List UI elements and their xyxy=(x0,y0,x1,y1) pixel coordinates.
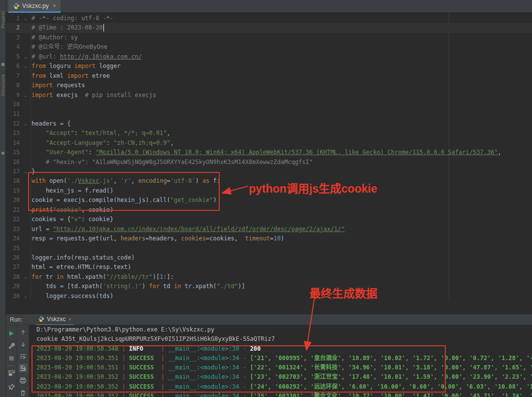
console-line: cookie A35t_KQulsj2kcLsqpURRPURz5XFv0I51… xyxy=(29,334,532,344)
rerun-button[interactable] xyxy=(7,329,16,338)
code-text: logger.success(tds) xyxy=(32,292,532,301)
code-line[interactable]: 9⌄import execjs # pip install execjs xyxy=(6,91,532,100)
fold-gutter xyxy=(20,263,32,272)
line-number: 26 xyxy=(6,253,20,263)
clear-trash-icon[interactable] xyxy=(19,388,28,397)
bookmark-icon[interactable] xyxy=(1,152,4,155)
code-line[interactable]: 2# @Time : 2023-08-20 xyxy=(6,23,532,33)
line-number: 29 xyxy=(6,282,20,291)
print-icon[interactable] xyxy=(19,376,28,385)
pin-icon[interactable] xyxy=(7,382,16,391)
fold-marker-icon[interactable]: ⌄ xyxy=(20,91,32,100)
code-line[interactable]: 27html = etree.HTML(resp.text) xyxy=(6,263,532,272)
code-line[interactable]: 22cookies = {"v": cookie} xyxy=(6,215,532,224)
fold-marker-icon[interactable]: ⌄ xyxy=(20,292,32,301)
fold-marker-icon[interactable]: ⌄ xyxy=(20,14,32,23)
code-line[interactable]: 23url = "http://q.10jqka.com.cn/index/in… xyxy=(6,225,532,234)
code-line[interactable]: 1⌄# -*- coding: utf-8 -*- xyxy=(6,14,532,23)
code-line[interactable]: 15 "User-Agent": "Mozilla/5.0 (Windows N… xyxy=(6,148,532,157)
console-rows: D:\Programmer\Python3.8\python.exe E:\Sy… xyxy=(29,325,532,397)
soft-wrap-icon[interactable] xyxy=(19,352,28,361)
line-number: 20 xyxy=(6,196,20,205)
python-file-icon xyxy=(13,2,20,9)
fold-marker-icon[interactable]: ⌄ xyxy=(20,272,32,282)
code-line[interactable]: 19 hexin_js = f.read() xyxy=(6,186,532,196)
fold-gutter xyxy=(20,81,32,90)
code-line[interactable]: 5⌄# @url: http://q.10jqka.com.cn/ xyxy=(6,52,532,62)
stop-button[interactable] xyxy=(7,354,16,363)
code-line[interactable]: 13 "Accept": "text/html, */*; q=0.01", xyxy=(6,129,532,138)
run-tab-close-icon[interactable]: × xyxy=(68,316,71,322)
line-number: 2 xyxy=(6,23,20,33)
fold-gutter xyxy=(20,71,32,81)
stripe-label-project[interactable]: Project xyxy=(0,11,5,28)
fold-marker-icon[interactable]: ⌄ xyxy=(20,119,32,129)
fold-gutter xyxy=(20,253,32,263)
line-number: 14 xyxy=(6,138,20,148)
code-line[interactable]: 29 tds = [td.xpath('string(.)') for td i… xyxy=(6,282,532,291)
code-line[interactable]: 18with open('./Vskzxc.js', 'r', encoding… xyxy=(6,176,532,186)
fold-gutter xyxy=(20,109,32,119)
line-number: 15 xyxy=(6,148,20,157)
fold-marker-icon[interactable]: ⌄ xyxy=(20,62,32,71)
code-text: with open('./Vskzxc.js', 'r', encoding='… xyxy=(32,176,532,186)
line-number: 18 xyxy=(6,176,20,186)
code-line[interactable]: 24resp = requests.get(url, headers=heade… xyxy=(6,234,532,243)
code-text: import requests xyxy=(32,81,532,90)
line-number: 8 xyxy=(6,81,20,90)
code-line[interactable]: 6⌄from loguru import logger xyxy=(6,62,532,71)
run-panel-header: Run: Vskzxc × xyxy=(6,314,532,325)
code-line[interactable]: 28⌄for tr in html.xpath("//table//tr")[1… xyxy=(6,272,532,282)
fold-gutter xyxy=(20,33,32,42)
scroll-to-end-icon[interactable] xyxy=(19,364,28,372)
tab-vskzxc-py[interactable]: Vskzxc.py × xyxy=(8,0,61,13)
run-console[interactable]: D:\Programmer\Python3.8\python.exe E:\Sy… xyxy=(29,325,532,397)
console-line: 2023-08-20 19:00:50.352 | SUCCESS | __ma… xyxy=(29,382,532,392)
code-line[interactable]: 12⌄headers = { xyxy=(6,119,532,129)
code-rows: 1⌄# -*- coding: utf-8 -*-2# @Time : 2023… xyxy=(6,14,532,301)
code-text: # "hexin-v": "A1laWNpuWSjNQgW8gJ5ORXYYaE… xyxy=(32,158,532,167)
code-line[interactable]: 4# @公众号: 逆向OneByOne xyxy=(6,42,532,52)
up-stack-trace-icon[interactable] xyxy=(19,328,28,337)
code-line[interactable]: 20cookie = execjs.compile(hexin_js).call… xyxy=(6,196,532,205)
code-text: cookie = execjs.compile(hexin_js).call("… xyxy=(32,196,532,205)
line-number: 1 xyxy=(6,14,20,23)
code-line[interactable]: 25 xyxy=(6,244,532,253)
line-number: 27 xyxy=(6,263,20,272)
line-number: 9 xyxy=(6,91,20,100)
stripe-label-structure[interactable]: Structure xyxy=(0,74,5,97)
fold-gutter xyxy=(20,148,32,157)
code-line[interactable]: 7from lxml import etree xyxy=(6,71,532,81)
code-line[interactable]: 16 # "hexin-v": "A1laWNpuWSjNQgW8gJ5ORXY… xyxy=(6,158,532,167)
code-line[interactable]: 10 xyxy=(6,100,532,109)
code-text: html = etree.HTML(resp.text) xyxy=(32,263,532,272)
code-line[interactable]: 11 xyxy=(6,109,532,119)
code-line[interactable]: 14 "Accept-Language": "zh-CN,zh;q=0.9", xyxy=(6,138,532,148)
fold-marker-icon[interactable]: ⌄ xyxy=(20,167,32,176)
code-line[interactable]: 21print("cookie", cookie) xyxy=(6,205,532,215)
fold-gutter xyxy=(20,225,32,234)
code-editor[interactable]: 1⌄# -*- coding: utf-8 -*-2# @Time : 2023… xyxy=(6,13,532,301)
editor-tab-bar: Vskzxc.py × xyxy=(6,0,532,13)
code-line[interactable]: 3# @Author: sy xyxy=(6,33,532,42)
code-text: for tr in html.xpath("//table//tr")[1:]: xyxy=(32,272,532,282)
run-tab-vskzxc[interactable]: Vskzxc × xyxy=(36,314,73,325)
tool-window-stripe: Project Structure xyxy=(0,0,6,397)
line-number: 23 xyxy=(6,225,20,234)
restore-layout-icon[interactable] xyxy=(7,368,16,377)
tool-window-icon[interactable] xyxy=(1,63,4,66)
fold-gutter xyxy=(20,129,32,138)
console-line: 2023-08-20 19:00:50.351 | SUCCESS | __ma… xyxy=(29,363,532,372)
tab-close-icon[interactable]: × xyxy=(53,2,56,9)
code-text: } xyxy=(32,167,532,176)
down-stack-trace-icon[interactable] xyxy=(19,340,28,349)
fold-gutter xyxy=(20,100,32,109)
code-line[interactable]: 26logger.info(resp.status_code) xyxy=(6,253,532,263)
fold-gutter xyxy=(20,244,32,253)
fold-marker-icon[interactable]: ⌄ xyxy=(20,52,32,62)
code-line[interactable]: 8import requests xyxy=(6,81,532,90)
code-line[interactable]: 17⌄} xyxy=(6,167,532,176)
code-line[interactable]: 30⌄ logger.success(tds) xyxy=(6,292,532,301)
settings-wrench-icon[interactable] xyxy=(7,341,16,350)
console-line: 2023-08-20 19:00:50.352 | SUCCESS | __ma… xyxy=(29,392,532,397)
